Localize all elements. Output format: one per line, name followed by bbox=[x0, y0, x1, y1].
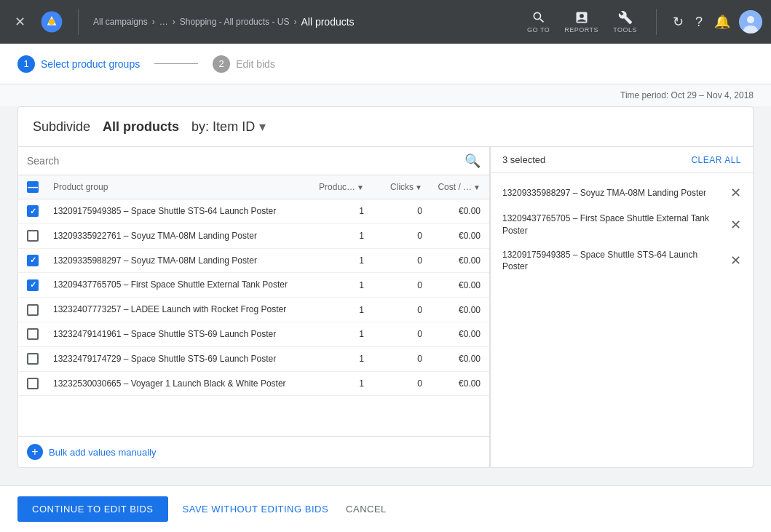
bulk-add-section: + Bulk add values manually bbox=[18, 436, 489, 467]
product-name: 13232479141961 – Space Shuttle STS-69 La… bbox=[53, 328, 298, 341]
selected-items-list: 13209335988297 – Soyuz TMA-08M Landing P… bbox=[491, 173, 753, 467]
help-button[interactable]: ? bbox=[692, 12, 705, 33]
table-row: 13232479141961 – Space Shuttle STS-69 La… bbox=[18, 322, 489, 347]
subdivide-target: All products bbox=[103, 119, 179, 135]
svg-point-1 bbox=[49, 19, 55, 25]
product-name: 13209335988297 – Soyuz TMA-08M Landing P… bbox=[53, 255, 298, 267]
subdivide-dropdown-arrow[interactable]: ▾ bbox=[259, 119, 266, 135]
table-row: 13232530030665 – Voyager 1 Launch Black … bbox=[18, 372, 489, 397]
selected-item: 13209335988297 – Soyuz TMA-08M Landing P… bbox=[491, 179, 753, 207]
clicks-value: 0 bbox=[364, 305, 422, 315]
product-count: 1 bbox=[298, 354, 364, 364]
search-bar: 🔍 bbox=[18, 147, 489, 175]
search-icon bbox=[531, 10, 546, 25]
selected-item-text: 13209335988297 – Soyuz TMA-08M Landing P… bbox=[502, 187, 724, 199]
clicks-value: 0 bbox=[364, 329, 422, 339]
cost-value: €0.00 bbox=[422, 280, 481, 290]
product-count: 1 bbox=[298, 378, 364, 389]
row-checkbox[interactable]: ✓ bbox=[27, 205, 39, 217]
goto-label: GO TO bbox=[527, 26, 550, 33]
svg-point-3 bbox=[747, 16, 754, 23]
product-name: 13232479174729 – Space Shuttle STS-69 La… bbox=[53, 353, 298, 365]
clicks-value: 0 bbox=[364, 231, 422, 241]
cost-value: €0.00 bbox=[422, 329, 481, 339]
avatar[interactable] bbox=[739, 10, 762, 33]
table-header: — Product group Produc… ▼ Clicks ▼ Cost … bbox=[18, 175, 489, 199]
row-checkbox[interactable] bbox=[27, 304, 39, 316]
reports-button[interactable]: REPORTS bbox=[558, 7, 604, 36]
clicks-value: 0 bbox=[364, 255, 422, 266]
product-count: 1 bbox=[298, 280, 364, 290]
refresh-button[interactable]: ↻ bbox=[670, 11, 687, 33]
step2-label: Edit bids bbox=[236, 58, 275, 70]
table-row: ✓ 13209175949385 – Space Shuttle STS-64 … bbox=[18, 199, 489, 224]
clear-all-button[interactable]: CLEAR ALL bbox=[691, 155, 741, 165]
goto-button[interactable]: GO TO bbox=[521, 7, 555, 36]
tools-button[interactable]: TOOLS bbox=[607, 7, 643, 36]
clicks-sort-icon: ▼ bbox=[415, 183, 422, 191]
row-checkbox[interactable]: ✓ bbox=[27, 255, 39, 266]
continue-button[interactable]: CONTINUE TO EDIT BIDS bbox=[17, 496, 168, 522]
remove-item-button[interactable]: ✕ bbox=[730, 217, 741, 233]
select-all-checkbox[interactable]: — bbox=[27, 181, 39, 193]
table-row: ✓ 13209437765705 – First Space Shuttle E… bbox=[18, 273, 489, 298]
right-panel-header: 3 selected CLEAR ALL bbox=[491, 147, 753, 173]
main-card: Subdivide All products by: Item ID ▾ 🔍 — bbox=[17, 106, 754, 468]
prodcount-sort-icon: ▼ bbox=[357, 183, 364, 191]
tools-label: TOOLS bbox=[613, 26, 637, 33]
subdivide-header: Subdivide All products by: Item ID ▾ bbox=[18, 107, 753, 147]
save-without-editing-button[interactable]: SAVE WITHOUT EDITING BIDS bbox=[180, 496, 332, 522]
product-table: — Product group Produc… ▼ Clicks ▼ Cost … bbox=[18, 175, 489, 436]
col-header-cost[interactable]: Cost / … ▼ bbox=[422, 182, 481, 192]
search-input[interactable] bbox=[27, 155, 459, 167]
col-header-product: Product group bbox=[53, 182, 298, 192]
step1-number: 1 bbox=[17, 55, 35, 73]
remove-item-button[interactable]: ✕ bbox=[730, 185, 741, 201]
row-checkbox[interactable]: ✓ bbox=[27, 279, 39, 291]
product-count: 1 bbox=[298, 231, 364, 241]
reports-icon bbox=[574, 10, 589, 25]
row-checkbox[interactable] bbox=[27, 230, 39, 242]
product-count: 1 bbox=[298, 329, 364, 339]
left-panel: 🔍 — Product group Produc… ▼ bbox=[18, 147, 491, 467]
selected-item-text: 13209175949385 – Space Shuttle STS-64 La… bbox=[502, 249, 724, 274]
clicks-value: 0 bbox=[364, 206, 422, 216]
wizard-step-1: 1 Select product groups bbox=[17, 55, 140, 73]
cancel-button[interactable]: CANCEL bbox=[343, 496, 390, 522]
cost-value: €0.00 bbox=[422, 206, 481, 216]
selected-item-text: 13209437765705 – First Space Shuttle Ext… bbox=[502, 213, 724, 237]
wizard-connector bbox=[154, 63, 198, 64]
product-count: 1 bbox=[298, 305, 364, 315]
close-button[interactable]: ✕ bbox=[9, 11, 31, 33]
col-header-clicks[interactable]: Clicks ▼ bbox=[364, 182, 422, 192]
notifications-button[interactable]: 🔔 bbox=[711, 11, 733, 33]
row-checkbox[interactable] bbox=[27, 353, 39, 365]
time-period-text: Time period: Oct 29 – Nov 4, 2018 bbox=[620, 90, 754, 100]
bulk-add-button[interactable]: + bbox=[27, 444, 43, 460]
right-icons: ↻ ? 🔔 bbox=[670, 10, 762, 33]
breadcrumb-all-campaigns[interactable]: All campaigns bbox=[93, 17, 148, 27]
selected-item: 13209175949385 – Space Shuttle STS-64 La… bbox=[491, 243, 753, 279]
selected-count: 3 selected bbox=[502, 154, 545, 165]
remove-item-button[interactable]: ✕ bbox=[730, 253, 741, 269]
clicks-value: 0 bbox=[364, 378, 422, 389]
row-checkbox[interactable] bbox=[27, 328, 39, 340]
cost-value: €0.00 bbox=[422, 255, 481, 266]
col-header-prodcount[interactable]: Produc… ▼ bbox=[298, 182, 364, 192]
breadcrumb-campaign[interactable]: Shopping - All products - US bbox=[180, 17, 290, 27]
bulk-add-text[interactable]: Bulk add values manually bbox=[49, 447, 156, 458]
cost-value: €0.00 bbox=[422, 231, 481, 241]
cost-value: €0.00 bbox=[422, 354, 481, 364]
product-name: 13209175949385 – Space Shuttle STS-64 La… bbox=[53, 205, 298, 218]
step1-label: Select product groups bbox=[41, 58, 140, 70]
table-rows-container: ✓ 13209175949385 – Space Shuttle STS-64 … bbox=[18, 199, 489, 396]
breadcrumb-current: All products bbox=[301, 16, 354, 28]
google-ads-logo bbox=[40, 10, 63, 33]
breadcrumb-sep1: › bbox=[152, 17, 155, 27]
product-name: 13209437765705 – First Space Shuttle Ext… bbox=[53, 279, 298, 291]
cost-sort-icon: ▼ bbox=[473, 183, 481, 191]
nav-icon-group: GO TO REPORTS TOOLS bbox=[521, 7, 643, 36]
table-row: ✓ 13209335988297 – Soyuz TMA-08M Landing… bbox=[18, 249, 489, 274]
content-area: 🔍 — Product group Produc… ▼ bbox=[18, 147, 753, 467]
row-checkbox[interactable] bbox=[27, 378, 39, 389]
